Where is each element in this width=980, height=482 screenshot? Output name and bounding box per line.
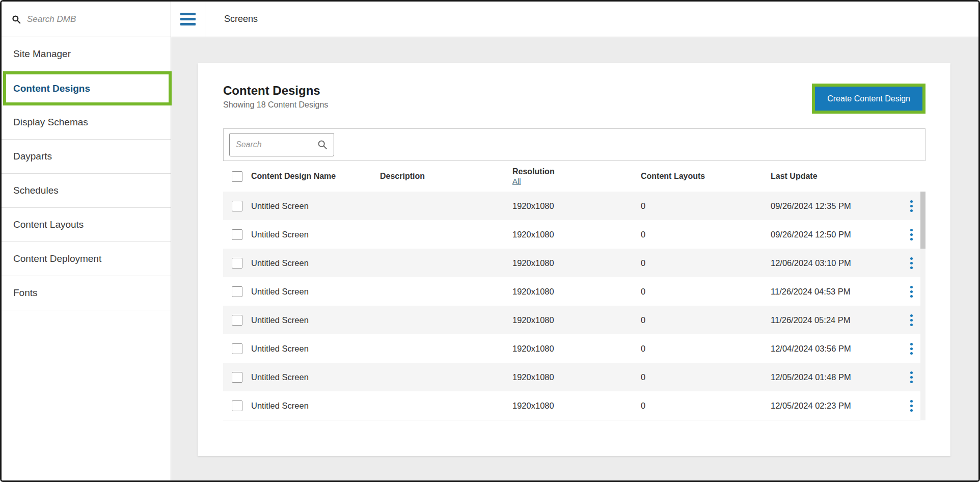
app-window: Site Manager Content Designs Display Sch… bbox=[0, 0, 980, 482]
cell-last-update: 11/26/2024 04:53 PM bbox=[771, 287, 897, 297]
cell-content-layouts: 0 bbox=[641, 372, 771, 382]
cell-content-layouts: 0 bbox=[641, 258, 771, 268]
sidebar-item-label: Content Deployment bbox=[13, 253, 101, 264]
sidebar-item-label: Content Designs bbox=[13, 83, 90, 94]
table-search-box bbox=[229, 133, 334, 156]
cell-last-update: 12/06/2024 03:10 PM bbox=[771, 258, 897, 268]
table-search-input[interactable] bbox=[236, 140, 317, 149]
table-row[interactable]: Untitled Screen 1920x1080 0 09/26/2024 1… bbox=[223, 220, 925, 249]
cell-content-layouts: 0 bbox=[641, 230, 771, 239]
cell-last-update: 11/26/2024 05:24 PM bbox=[771, 315, 897, 325]
sidebar-item-label: Site Manager bbox=[13, 48, 71, 60]
cell-content-design-name: Untitled Screen bbox=[251, 230, 380, 239]
cell-content-design-name: Untitled Screen bbox=[251, 287, 380, 297]
topbar-title: Screens bbox=[224, 14, 258, 24]
table-row[interactable]: Untitled Screen 1920x1080 0 11/26/2024 0… bbox=[223, 306, 925, 334]
sidebar-search-input[interactable] bbox=[27, 14, 160, 24]
cell-resolution: 1920x1080 bbox=[512, 344, 641, 354]
main: Content Designs Showing 18 Content Desig… bbox=[171, 37, 978, 480]
row-actions-menu[interactable] bbox=[906, 198, 917, 215]
column-header-last-update: Last Update bbox=[771, 172, 897, 181]
row-checkbox[interactable] bbox=[232, 258, 242, 269]
column-header-name: Content Design Name bbox=[251, 172, 380, 181]
row-actions-menu[interactable] bbox=[906, 226, 917, 243]
resolution-filter-all-link[interactable]: All bbox=[512, 177, 521, 185]
cell-content-layouts: 0 bbox=[641, 315, 771, 325]
row-checkbox[interactable] bbox=[232, 286, 242, 297]
table-filter-bar bbox=[223, 128, 925, 161]
cell-content-layouts: 0 bbox=[641, 287, 771, 297]
sidebar-item-fonts[interactable]: Fonts bbox=[2, 276, 171, 310]
cell-resolution: 1920x1080 bbox=[512, 230, 641, 239]
table-row[interactable]: Untitled Screen 1920x1080 0 09/26/2024 1… bbox=[223, 192, 925, 220]
content-card: Content Designs Showing 18 Content Desig… bbox=[198, 63, 950, 456]
content-designs-table: Content Design Name Description Resoluti… bbox=[223, 161, 925, 420]
sidebar: Site Manager Content Designs Display Sch… bbox=[2, 2, 171, 480]
cell-last-update: 12/05/2024 02:23 PM bbox=[771, 401, 897, 411]
cell-resolution: 1920x1080 bbox=[512, 401, 641, 411]
card-header: Content Designs Showing 18 Content Desig… bbox=[223, 84, 925, 114]
cell-resolution: 1920x1080 bbox=[512, 258, 641, 268]
create-content-design-button[interactable]: Create Content Design bbox=[815, 87, 922, 111]
table-row[interactable]: Untitled Screen 1920x1080 0 12/04/2024 0… bbox=[223, 334, 925, 363]
cell-resolution: 1920x1080 bbox=[512, 201, 641, 211]
cell-resolution: 1920x1080 bbox=[512, 315, 641, 325]
content-area: Screens Content Designs Showing 18 Conte… bbox=[171, 2, 978, 480]
row-checkbox[interactable] bbox=[232, 201, 242, 211]
select-all-checkbox[interactable] bbox=[232, 171, 242, 182]
cell-content-design-name: Untitled Screen bbox=[251, 315, 380, 325]
cell-content-layouts: 0 bbox=[641, 401, 771, 411]
create-button-highlight: Create Content Design bbox=[812, 84, 925, 114]
sidebar-item-content-deployment[interactable]: Content Deployment bbox=[2, 242, 171, 276]
sidebar-item-dayparts[interactable]: Dayparts bbox=[2, 140, 171, 174]
sidebar-item-label: Schedules bbox=[13, 185, 59, 196]
cell-content-layouts: 0 bbox=[641, 201, 771, 211]
sidebar-item-display-schemas[interactable]: Display Schemas bbox=[2, 105, 171, 140]
cell-content-layouts: 0 bbox=[641, 344, 771, 354]
page-title: Content Designs bbox=[223, 84, 328, 98]
row-checkbox[interactable] bbox=[232, 343, 242, 354]
table-row[interactable]: Untitled Screen 1920x1080 0 12/06/2024 0… bbox=[223, 249, 925, 277]
cell-last-update: 09/26/2024 12:35 PM bbox=[771, 201, 897, 211]
row-checkbox[interactable] bbox=[232, 315, 242, 326]
cell-resolution: 1920x1080 bbox=[512, 372, 641, 382]
table-header-row: Content Design Name Description Resoluti… bbox=[223, 161, 925, 192]
sidebar-nav: Site Manager Content Designs Display Sch… bbox=[2, 37, 171, 310]
cell-last-update: 09/26/2024 12:50 PM bbox=[771, 230, 897, 239]
cell-last-update: 12/04/2024 03:56 PM bbox=[771, 344, 897, 354]
sidebar-item-schedules[interactable]: Schedules bbox=[2, 174, 171, 208]
cell-last-update: 12/05/2024 01:48 PM bbox=[771, 372, 897, 382]
row-actions-menu[interactable] bbox=[906, 283, 917, 300]
sidebar-item-content-layouts[interactable]: Content Layouts bbox=[2, 208, 171, 242]
sidebar-item-label: Display Schemas bbox=[13, 117, 88, 128]
sidebar-search bbox=[2, 2, 171, 37]
sidebar-item-label: Content Layouts bbox=[13, 219, 84, 230]
topbar: Screens bbox=[171, 2, 978, 37]
table-scrollbar[interactable] bbox=[920, 192, 925, 420]
table-row[interactable]: Untitled Screen 1920x1080 0 12/05/2024 0… bbox=[223, 363, 925, 391]
column-header-content-layouts: Content Layouts bbox=[641, 172, 771, 181]
cell-content-design-name: Untitled Screen bbox=[251, 201, 380, 211]
table-body: Untitled Screen 1920x1080 0 09/26/2024 1… bbox=[223, 192, 925, 420]
menu-toggle-button[interactable] bbox=[171, 2, 205, 37]
sidebar-item-label: Fonts bbox=[13, 287, 38, 299]
scrollbar-thumb[interactable] bbox=[920, 192, 925, 249]
sidebar-item-label: Dayparts bbox=[13, 151, 52, 162]
table-row[interactable]: Untitled Screen 1920x1080 0 11/26/2024 0… bbox=[223, 277, 925, 306]
column-header-description: Description bbox=[380, 172, 512, 181]
row-checkbox[interactable] bbox=[232, 400, 242, 411]
row-actions-menu[interactable] bbox=[906, 369, 917, 386]
row-actions-menu[interactable] bbox=[906, 312, 917, 329]
row-actions-menu[interactable] bbox=[906, 255, 917, 272]
table-row[interactable]: Untitled Screen 1920x1080 0 12/05/2024 0… bbox=[223, 391, 925, 420]
search-icon bbox=[12, 14, 21, 24]
cell-content-design-name: Untitled Screen bbox=[251, 344, 380, 354]
cell-content-design-name: Untitled Screen bbox=[251, 258, 380, 268]
row-checkbox[interactable] bbox=[232, 372, 242, 383]
sidebar-item-site-manager[interactable]: Site Manager bbox=[2, 37, 171, 71]
row-actions-menu[interactable] bbox=[906, 340, 917, 357]
column-header-resolution: Resolution All bbox=[512, 167, 641, 186]
row-actions-menu[interactable] bbox=[906, 397, 917, 414]
row-checkbox[interactable] bbox=[232, 229, 242, 240]
sidebar-item-content-designs[interactable]: Content Designs bbox=[3, 71, 172, 105]
